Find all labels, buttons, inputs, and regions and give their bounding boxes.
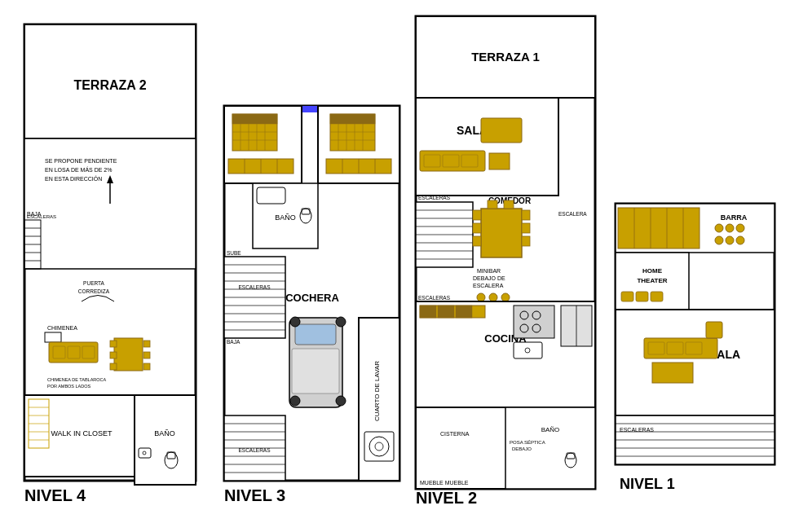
svg-text:DEBAJO DE: DEBAJO DE xyxy=(473,275,505,281)
floor-plan-svg: TERRAZA 2 SE PROPONE PENDIENTE EN LOSA D… xyxy=(0,0,790,532)
minibar-label: MINIBAR xyxy=(477,268,501,274)
svg-point-158 xyxy=(715,236,723,244)
pendiente-label: SE PROPONE PENDIENTE xyxy=(45,158,117,164)
chimenea-n4: CHIMENEA xyxy=(47,325,77,331)
svg-rect-21 xyxy=(143,341,150,347)
mueble-label-n2: MUEBLE MUEBLE xyxy=(420,480,469,486)
svg-rect-170 xyxy=(667,342,683,354)
svg-rect-167 xyxy=(616,310,775,415)
svg-rect-131 xyxy=(420,306,436,318)
svg-rect-50 xyxy=(330,114,375,124)
svg-point-83 xyxy=(336,317,346,327)
svg-rect-41 xyxy=(232,114,277,124)
chimenea-tablaroca: CHIMENEA DE TABLAROCA xyxy=(47,377,107,382)
svg-rect-163 xyxy=(621,292,633,301)
svg-rect-23 xyxy=(143,363,150,370)
svg-text:ESCALERA: ESCALERA xyxy=(473,283,504,288)
svg-point-159 xyxy=(726,236,734,244)
svg-text:POR AMBOS LADOS: POR AMBOS LADOS xyxy=(47,384,91,389)
svg-rect-173 xyxy=(706,322,722,338)
svg-rect-18 xyxy=(110,341,117,347)
svg-rect-19 xyxy=(110,352,117,358)
bano-n2: BAÑO xyxy=(541,426,560,433)
svg-point-84 xyxy=(290,396,300,406)
puerta-label: PUERTA xyxy=(83,280,104,286)
bano-n3: BAÑO xyxy=(275,213,296,222)
svg-rect-116 xyxy=(473,210,481,220)
terraza2-label: TERRAZA 2 xyxy=(73,78,146,92)
baja-n3: BAJA xyxy=(227,339,241,345)
escaleras-n4: ESCALERAS xyxy=(27,214,56,219)
svg-rect-164 xyxy=(636,292,648,301)
svg-text:DEBAJO: DEBAJO xyxy=(512,446,532,451)
svg-rect-150 xyxy=(618,208,700,248)
nivel2-label: NIVEL 2 xyxy=(416,489,477,507)
svg-text:EN ESTA DIRECCIÓN: EN ESTA DIRECCIÓN xyxy=(45,175,102,182)
svg-rect-171 xyxy=(686,342,702,354)
svg-point-155 xyxy=(715,224,723,232)
furniture-table-n4 xyxy=(114,338,143,371)
svg-rect-16 xyxy=(68,346,80,358)
svg-rect-106 xyxy=(489,153,510,169)
svg-rect-32 xyxy=(135,395,196,485)
svg-text:THEATER: THEATER xyxy=(637,277,667,284)
floor-plan-container: TERRAZA 2 SE PROPONE PENDIENTE EN LOSA D… xyxy=(0,0,790,532)
svg-rect-80 xyxy=(295,324,336,345)
svg-rect-15 xyxy=(53,346,65,358)
svg-point-157 xyxy=(736,224,744,232)
terraza1-label: TERRAZA 1 xyxy=(471,50,540,64)
cochera-label: COCHERA xyxy=(285,292,339,304)
svg-rect-165 xyxy=(651,292,663,301)
barra-label: BARRA xyxy=(721,213,748,222)
svg-rect-20 xyxy=(110,363,117,370)
svg-rect-172 xyxy=(652,363,693,383)
svg-rect-115 xyxy=(481,209,522,257)
bano-n4: BAÑO xyxy=(154,429,175,437)
svg-rect-133 xyxy=(456,306,472,318)
svg-rect-121 xyxy=(522,236,530,246)
svg-rect-22 xyxy=(143,352,150,358)
svg-rect-123 xyxy=(504,200,514,209)
svg-rect-17 xyxy=(82,346,95,358)
walkin-label: WALK IN CLOSET xyxy=(51,429,113,437)
cuarto-lavar: CUARTO DE LAVAR xyxy=(373,361,381,421)
svg-text:CORREDIZA: CORREDIZA xyxy=(78,288,110,294)
svg-rect-101 xyxy=(481,118,522,143)
svg-rect-81 xyxy=(292,349,339,394)
svg-point-160 xyxy=(736,236,744,244)
escaleras-n2-right: ESCALERA xyxy=(558,211,587,217)
svg-rect-134 xyxy=(514,306,554,338)
svg-rect-132 xyxy=(438,306,454,318)
svg-text:EN LOSA DE MÁS DE 2%: EN LOSA DE MÁS DE 2% xyxy=(45,166,112,173)
nivel1-label: NIVEL 1 xyxy=(620,476,675,492)
nivel4-label: NIVEL 4 xyxy=(24,486,86,504)
svg-rect-169 xyxy=(648,342,664,354)
sube-label: SUBE xyxy=(227,250,241,256)
svg-rect-118 xyxy=(473,236,481,246)
svg-point-82 xyxy=(290,317,300,327)
posa-septica: POSA SÉPTICA xyxy=(510,440,545,445)
svg-rect-105 xyxy=(461,155,478,167)
svg-rect-100 xyxy=(416,98,558,196)
svg-point-156 xyxy=(726,224,734,232)
home-theater-label: HOME xyxy=(642,267,663,275)
nivel3-label: NIVEL 3 xyxy=(224,486,285,504)
svg-rect-104 xyxy=(443,155,459,167)
svg-point-126 xyxy=(477,293,485,301)
svg-point-85 xyxy=(336,396,346,406)
cisterna-label: CISTERNA xyxy=(440,431,470,437)
svg-rect-120 xyxy=(522,223,530,233)
svg-rect-117 xyxy=(473,223,481,233)
svg-point-128 xyxy=(501,293,510,301)
svg-point-127 xyxy=(489,293,497,301)
svg-rect-122 xyxy=(488,200,497,209)
escaleras-n2-label: ESCALERAS xyxy=(418,195,451,200)
svg-rect-119 xyxy=(522,210,530,220)
escaleras-n2-mid: ESCALERAS xyxy=(418,295,451,301)
svg-rect-103 xyxy=(424,155,440,167)
